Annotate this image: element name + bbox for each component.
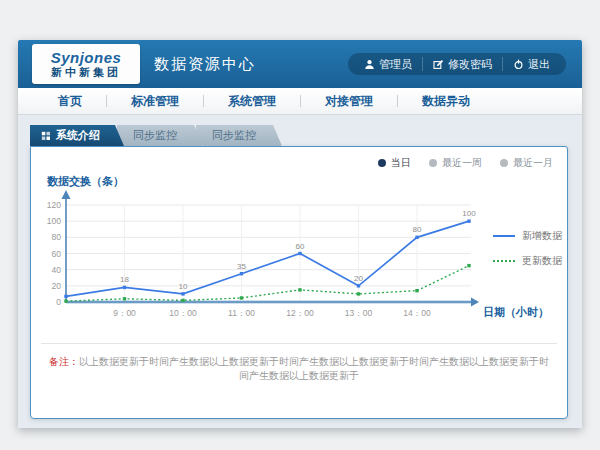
legend-item-1: 更新数据	[493, 254, 562, 268]
footnote-prefix: 备注：	[49, 356, 79, 367]
grid-icon	[41, 131, 51, 141]
tab-bar: 系统介绍同步监控同步监控	[30, 125, 275, 146]
edit-icon	[433, 59, 444, 70]
data-point	[467, 219, 470, 222]
data-point-label: 35	[237, 262, 246, 271]
data-point	[415, 289, 418, 292]
x-tick-label: 11：00	[228, 308, 255, 318]
nav-item-0[interactable]: 首页	[48, 93, 92, 110]
y-tick-label: 20	[52, 281, 62, 291]
series-line-0	[66, 221, 469, 296]
nav-divider	[203, 95, 204, 107]
radio-icon	[429, 159, 437, 167]
data-point	[467, 264, 470, 267]
data-point-label: 18	[120, 275, 129, 284]
data-point	[123, 286, 126, 289]
data-point	[181, 292, 184, 295]
data-point-label: 60	[296, 242, 305, 251]
nav-divider	[397, 95, 398, 107]
line-chart: 0204060801001209：0010：0011：0012：0013：001…	[46, 189, 506, 329]
data-point	[298, 288, 301, 291]
data-point-label: 20	[354, 274, 363, 283]
user-menu-item-logout[interactable]: 退出	[502, 57, 560, 71]
tab-2[interactable]: 同步监控	[196, 125, 282, 146]
legend-item-0: 新增数据	[493, 229, 562, 243]
panel: 当日最近一周最近一月 数据交换（条） 0204060801001209：0010…	[30, 146, 568, 419]
period-option-0[interactable]: 当日	[378, 156, 411, 170]
user-icon	[364, 59, 375, 70]
y-tick-label: 60	[52, 249, 62, 259]
data-point-label: 10	[179, 282, 188, 291]
tab-label: 同步监控	[212, 125, 256, 146]
chart-legend: 新增数据更新数据	[493, 229, 562, 268]
user-menu-label: 退出	[528, 57, 550, 72]
footnote-text: 以上数据更新于时间产生数据以上数据更新于时间产生数据以上数据更新于时间产生数据以…	[79, 356, 549, 381]
x-tick-label: 14：00	[403, 308, 431, 318]
y-tick-label: 0	[56, 297, 61, 307]
data-point	[298, 252, 301, 255]
period-option-label: 最近一周	[442, 156, 482, 170]
data-point	[240, 272, 243, 275]
chart-x-axis-title: 日期（小时）	[483, 305, 549, 320]
nav-item-3[interactable]: 对接管理	[315, 93, 383, 110]
app-window: Synjones 新中新集团 数据资源中心 管理员修改密码退出 首页标准管理系统…	[18, 40, 582, 428]
data-point	[181, 299, 184, 302]
tab-0[interactable]: 系统介绍	[30, 125, 124, 146]
legend-label: 更新数据	[522, 254, 562, 268]
radio-icon	[500, 159, 508, 167]
y-tick-label: 120	[47, 200, 61, 210]
y-tick-label: 40	[52, 265, 62, 275]
user-menu-label: 修改密码	[448, 57, 492, 72]
logo[interactable]: Synjones 新中新集团	[32, 44, 140, 84]
user-menu-item-account[interactable]: 管理员	[354, 57, 422, 71]
legend-label: 新增数据	[522, 229, 562, 243]
data-point	[240, 296, 243, 299]
tab-inner: 同步监控	[117, 125, 203, 146]
nav-item-1[interactable]: 标准管理	[121, 93, 189, 110]
footnote: 备注：以上数据更新于时间产生数据以上数据更新于时间产生数据以上数据更新于时间产生…	[31, 355, 567, 383]
nav-item-2[interactable]: 系统管理	[218, 93, 286, 110]
nav-divider	[106, 95, 107, 107]
content-area: 系统介绍同步监控同步监控 当日最近一周最近一月 数据交换（条） 02040608…	[18, 115, 582, 428]
data-point-label: 80	[413, 225, 422, 234]
tab-inner: 系统介绍	[30, 125, 124, 146]
chart-y-axis-title: 数据交换（条）	[47, 174, 124, 189]
data-point	[357, 292, 360, 295]
nav-item-4[interactable]: 数据异动	[412, 93, 480, 110]
x-axis-arrow-icon	[471, 298, 479, 307]
power-icon	[513, 59, 524, 70]
data-point	[357, 284, 360, 287]
data-point	[64, 295, 67, 298]
x-tick-label: 10：00	[169, 308, 197, 318]
legend-line-sample	[493, 235, 515, 237]
panel-divider	[41, 343, 557, 344]
nav-divider	[300, 95, 301, 107]
period-filter: 当日最近一周最近一月	[378, 156, 553, 170]
data-point	[64, 299, 67, 302]
logo-subname: 新中新集团	[51, 66, 121, 79]
page-title: 数据资源中心	[154, 40, 256, 88]
main-nav: 首页标准管理系统管理对接管理数据异动	[18, 88, 582, 115]
logo-name: Synjones	[51, 49, 122, 66]
user-menu-item-change-password[interactable]: 修改密码	[422, 57, 502, 71]
data-point	[415, 236, 418, 239]
user-menu-label: 管理员	[379, 57, 412, 72]
y-tick-label: 80	[52, 232, 62, 242]
period-option-1[interactable]: 最近一周	[429, 156, 482, 170]
y-axis-arrow-icon	[62, 190, 71, 199]
period-option-label: 当日	[391, 156, 411, 170]
period-option-label: 最近一月	[513, 156, 553, 170]
radio-icon	[378, 159, 386, 167]
legend-line-sample	[493, 260, 515, 262]
data-point	[123, 297, 126, 300]
x-tick-label: 12：00	[286, 308, 314, 318]
tab-label: 同步监控	[133, 125, 177, 146]
user-menu: 管理员修改密码退出	[348, 53, 566, 75]
tab-label: 系统介绍	[56, 125, 100, 146]
period-option-2[interactable]: 最近一月	[500, 156, 553, 170]
data-point-label: 100	[462, 209, 476, 218]
y-tick-label: 100	[47, 216, 61, 226]
tab-1[interactable]: 同步监控	[117, 125, 203, 146]
tab-inner: 同步监控	[196, 125, 282, 146]
x-tick-label: 13：00	[345, 308, 373, 318]
